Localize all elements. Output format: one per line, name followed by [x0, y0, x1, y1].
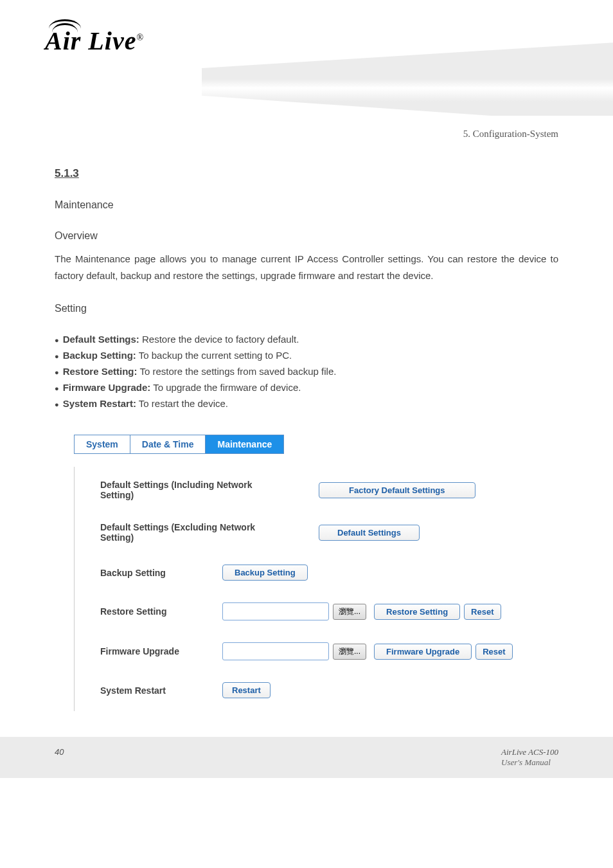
row-label: Firmware Upgrade: [100, 646, 222, 656]
chapter-heading: 5. Configuration-System: [463, 129, 558, 140]
row-restart: System Restart Restart: [100, 682, 558, 698]
list-item: ●Restore Setting: To restore the setting…: [55, 366, 558, 377]
logo: Air Live®: [45, 26, 144, 56]
product-name: AirLive ACS-100: [501, 747, 558, 757]
subsection-title: Maintenance: [55, 199, 558, 211]
overview-text: The Maintenance page allows you to manag…: [55, 251, 558, 284]
page-content: 5.1.3 Maintenance Overview The Maintenan…: [0, 167, 613, 737]
subsection-number: 5.1.3: [55, 167, 558, 180]
row-label: Restore Setting: [100, 606, 222, 617]
firmware-upgrade-button[interactable]: Firmware Upgrade: [374, 644, 472, 660]
page-number: 40: [55, 747, 64, 768]
manual-label: User's Manual: [501, 757, 558, 768]
factory-default-button[interactable]: Factory Default Settings: [319, 482, 475, 498]
list-item: ●Firmware Upgrade: To upgrade the firmwa…: [55, 382, 558, 393]
row-label: Backup Setting: [100, 568, 222, 578]
overview-title: Overview: [55, 230, 558, 242]
browse-button[interactable]: 瀏覽...: [333, 604, 366, 620]
maintenance-panel: System Date & Time Maintenance Default S…: [74, 435, 558, 711]
registered-mark: ®: [136, 33, 144, 42]
list-item: ●Backup Setting: To backup the current s…: [55, 350, 558, 361]
browse-button[interactable]: 瀏覽...: [333, 644, 366, 660]
row-label: Default Settings (Including Network Sett…: [100, 480, 280, 500]
footer-right: AirLive ACS-100 User's Manual: [501, 747, 558, 768]
row-label: Default Settings (Excluding Network Sett…: [100, 522, 280, 543]
restore-file-input[interactable]: [222, 602, 329, 620]
tab-datetime[interactable]: Date & Time: [130, 435, 206, 453]
restore-setting-button[interactable]: Restore Setting: [374, 604, 460, 620]
row-restore: Restore Setting 瀏覽... Restore Setting Re…: [100, 602, 558, 620]
header-swoosh: [202, 39, 613, 116]
setting-title: Setting: [55, 303, 558, 314]
list-item: ●System Restart: To restart the device.: [55, 398, 558, 409]
restart-button[interactable]: Restart: [222, 682, 271, 698]
tabs: System Date & Time Maintenance: [74, 435, 284, 454]
row-default-including: Default Settings (Including Network Sett…: [100, 480, 558, 500]
list-item: ●Default Settings: Restore the device to…: [55, 334, 558, 345]
firmware-file-input[interactable]: [222, 642, 329, 660]
tab-maintenance[interactable]: Maintenance: [206, 435, 283, 453]
row-backup: Backup Setting Backup Setting: [100, 565, 558, 581]
page-footer: 40 AirLive ACS-100 User's Manual: [0, 737, 613, 778]
backup-setting-button[interactable]: Backup Setting: [222, 565, 308, 581]
firmware-reset-button[interactable]: Reset: [475, 644, 512, 660]
restore-reset-button[interactable]: Reset: [464, 604, 501, 620]
panel-body: Default Settings (Including Network Sett…: [74, 467, 558, 711]
row-default-excluding: Default Settings (Excluding Network Sett…: [100, 522, 558, 543]
row-label: System Restart: [100, 685, 222, 696]
row-firmware: Firmware Upgrade 瀏覽... Firmware Upgrade …: [100, 642, 558, 660]
default-settings-button[interactable]: Default Settings: [319, 525, 420, 541]
settings-list: ●Default Settings: Restore the device to…: [55, 334, 558, 409]
tab-system[interactable]: System: [75, 435, 130, 453]
page-header: Air Live® 5. Configuration-System: [0, 0, 613, 116]
